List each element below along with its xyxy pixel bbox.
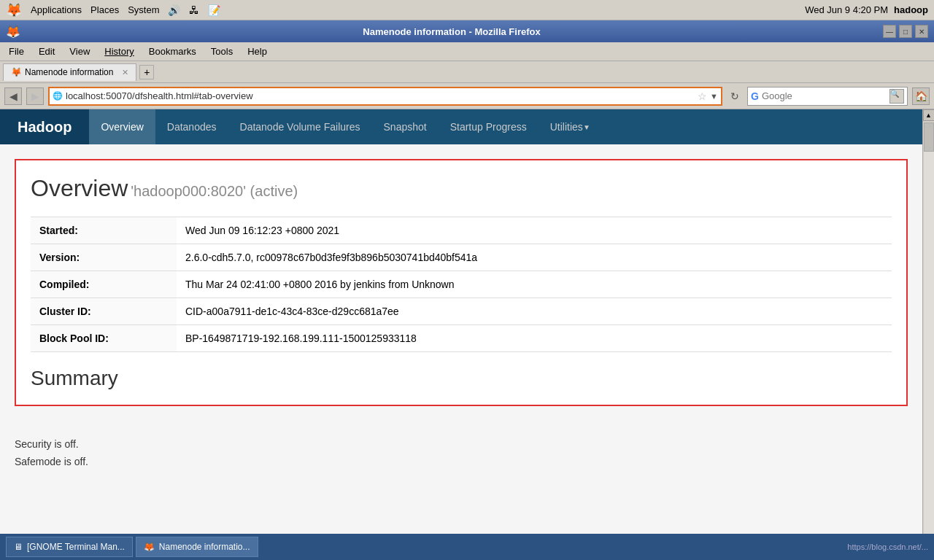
taskbar: 🖥 [GNOME Terminal Man... 🦊 Namenode info… — [0, 534, 934, 560]
applications-menu[interactable]: Applications — [31, 4, 82, 15]
vertical-scrollbar[interactable]: ▲ ▼ — [922, 109, 934, 560]
title-bar: 🦊 Namenode information - Mozilla Firefox… — [0, 20, 934, 42]
tab-close-icon[interactable]: ✕ — [122, 68, 128, 77]
table-row: Block Pool ID: BP-1649871719-192.168.199… — [31, 325, 892, 352]
refresh-button[interactable]: ↻ — [727, 88, 743, 104]
window-title: Namenode information - Mozilla Firefox — [363, 26, 540, 37]
history-menu[interactable]: History — [99, 44, 139, 58]
safemode-status: Safemode is off. — [0, 453, 922, 470]
nav-snapshot[interactable]: Snapshot — [372, 109, 439, 144]
value-started: Wed Jun 09 16:12:23 +0800 2021 — [177, 217, 892, 244]
firefox-label: Namenode informatio... — [159, 542, 250, 552]
page-content: Hadoop Overview Datanodes Datanode Volum… — [0, 109, 922, 560]
network-icon: 🖧 — [189, 4, 199, 16]
content-area: Overview 'hadoop000:8020' (active) Start… — [0, 144, 922, 432]
nav-links: Overview Datanodes Datanode Volume Failu… — [89, 109, 601, 144]
scroll-thumb[interactable] — [924, 122, 934, 152]
label-block-pool-id: Block Pool ID: — [31, 325, 177, 352]
url-dropdown-icon[interactable]: ▼ — [710, 92, 718, 101]
table-row: Version: 2.6.0-cdh5.7.0, rc00978c67b0d3f… — [31, 244, 892, 271]
value-block-pool-id: BP-1649871719-192.168.199.111-1500125933… — [177, 325, 892, 352]
sound-icon: 🔊 — [168, 4, 180, 16]
nav-utilities[interactable]: Utilities — [539, 109, 602, 144]
tab-bar: 🦊 Namenode information ✕ + — [0, 61, 934, 83]
menu-bar: File Edit View History Bookmarks Tools H… — [0, 42, 934, 61]
bookmarks-menu[interactable]: Bookmarks — [143, 44, 202, 58]
summary-title: Summary — [31, 367, 892, 390]
taskbar-terminal[interactable]: 🖥 [GNOME Terminal Man... — [6, 537, 133, 557]
nav-datanodes[interactable]: Datanodes — [155, 109, 228, 144]
search-container[interactable]: G 🔍 — [747, 87, 908, 106]
url-display[interactable]: localhost:50070/dfshealth.html#tab-overv… — [66, 90, 695, 101]
file-menu[interactable]: File — [3, 44, 30, 58]
tab-icon: 🦊 — [11, 67, 22, 77]
search-button[interactable]: 🔍 — [889, 89, 904, 104]
hadoop-logo[interactable]: Hadoop — [0, 109, 89, 144]
overview-heading: Overview 'hadoop000:8020' (active) — [31, 175, 892, 202]
label-started: Started: — [31, 217, 177, 244]
firefox-icon: 🦊 — [6, 2, 22, 18]
hadoop-nav: Hadoop Overview Datanodes Datanode Volum… — [0, 109, 922, 144]
value-cluster-id: CID-a00a7911-de1c-43c4-83ce-d29cc681a7ee — [177, 298, 892, 325]
system-menu[interactable]: System — [128, 4, 159, 15]
nav-overview[interactable]: Overview — [89, 109, 155, 144]
value-compiled: Thu Mar 24 02:41:00 +0800 2016 by jenkin… — [177, 271, 892, 298]
status-url: https://blog.csdn.net/... — [847, 542, 928, 551]
system-bar: 🦊 Applications Places System 🔊 🖧 📝 Wed J… — [0, 0, 934, 20]
terminal-label: [GNOME Terminal Man... — [27, 542, 125, 552]
google-icon: G — [751, 90, 759, 102]
nav-startup-progress[interactable]: Startup Progress — [439, 109, 539, 144]
firefox-taskbar-icon: 🦊 — [144, 542, 155, 552]
tools-menu[interactable]: Tools — [205, 44, 239, 58]
terminal-icon: 🖥 — [14, 542, 23, 552]
forward-button[interactable]: ▶ — [26, 88, 44, 105]
minimize-button[interactable]: — — [883, 25, 896, 38]
value-version: 2.6.0-cdh5.7.0, rc00978c67b0d3fe9f3b896b… — [177, 244, 892, 271]
back-button[interactable]: ◀ — [4, 88, 22, 105]
url-input-container[interactable]: 🌐 localhost:50070/dfshealth.html#tab-ove… — [48, 87, 722, 106]
label-cluster-id: Cluster ID: — [31, 298, 177, 325]
nav-datanode-failures[interactable]: Datanode Volume Failures — [228, 109, 372, 144]
overview-table: Started: Wed Jun 09 16:12:23 +0800 2021 … — [31, 217, 892, 352]
current-tab[interactable]: 🦊 Namenode information ✕ — [3, 63, 136, 81]
tab-label: Namenode information — [25, 67, 113, 77]
close-button[interactable]: ✕ — [915, 25, 928, 38]
view-menu[interactable]: View — [63, 44, 96, 58]
help-menu[interactable]: Help — [242, 44, 273, 58]
restore-button[interactable]: □ — [899, 25, 912, 38]
search-input[interactable] — [762, 90, 887, 101]
notepad-icon: 📝 — [208, 4, 220, 16]
scroll-up-button[interactable]: ▲ — [923, 109, 935, 121]
table-row: Cluster ID: CID-a00a7911-de1c-43c4-83ce-… — [31, 298, 892, 325]
home-button[interactable]: 🏠 — [912, 88, 930, 105]
overview-title: Overview — [31, 175, 128, 201]
security-status: Security is off. — [0, 432, 922, 453]
url-bar: ◀ ▶ 🌐 localhost:50070/dfshealth.html#tab… — [0, 83, 934, 109]
overview-box: Overview 'hadoop000:8020' (active) Start… — [15, 159, 908, 406]
url-security-icon: 🌐 — [53, 91, 63, 101]
datetime-display: Wed Jun 9 4:20 PM — [805, 4, 888, 15]
scroll-track[interactable] — [924, 122, 934, 547]
taskbar-firefox[interactable]: 🦊 Namenode informatio... — [136, 537, 258, 557]
username-display: hadoop — [894, 4, 928, 15]
add-tab-button[interactable]: + — [139, 65, 154, 79]
overview-subtitle: 'hadoop000:8020' (active) — [131, 183, 298, 199]
bookmark-star-icon[interactable]: ☆ — [698, 90, 707, 102]
edit-menu[interactable]: Edit — [33, 44, 61, 58]
table-row: Started: Wed Jun 09 16:12:23 +0800 2021 — [31, 217, 892, 244]
firefox-logo: 🦊 — [6, 25, 20, 39]
places-menu[interactable]: Places — [90, 4, 119, 15]
label-compiled: Compiled: — [31, 271, 177, 298]
table-row: Compiled: Thu Mar 24 02:41:00 +0800 2016… — [31, 271, 892, 298]
label-version: Version: — [31, 244, 177, 271]
